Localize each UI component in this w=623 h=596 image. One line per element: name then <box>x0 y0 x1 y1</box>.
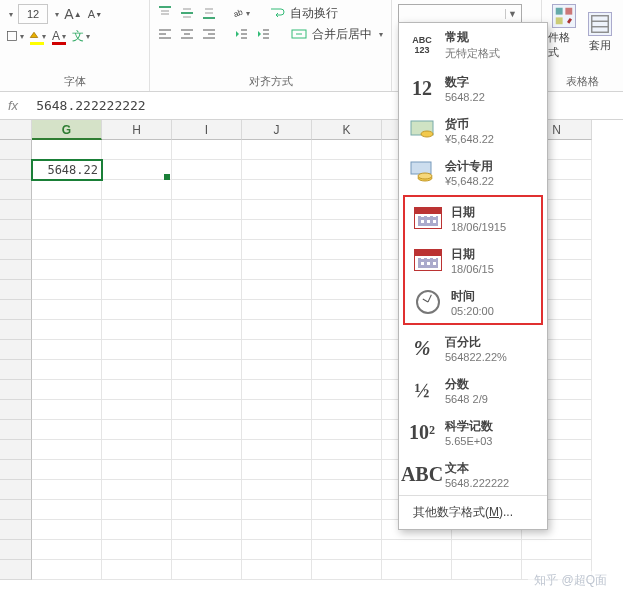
format-option-accounting[interactable]: 会计专用¥5,648.22 <box>399 151 547 193</box>
cell[interactable] <box>312 300 382 320</box>
cell[interactable] <box>172 500 242 520</box>
cell[interactable] <box>172 460 242 480</box>
cell[interactable] <box>172 480 242 500</box>
cell[interactable] <box>242 480 312 500</box>
cell[interactable] <box>102 220 172 240</box>
cell[interactable] <box>102 180 172 200</box>
cell[interactable] <box>32 420 102 440</box>
cell[interactable] <box>242 280 312 300</box>
align-middle-icon[interactable] <box>178 4 196 22</box>
row-header[interactable] <box>0 320 32 340</box>
cell[interactable] <box>172 440 242 460</box>
cell[interactable] <box>172 340 242 360</box>
cell[interactable] <box>172 360 242 380</box>
row-header[interactable] <box>0 300 32 320</box>
cell[interactable] <box>32 400 102 420</box>
cell[interactable] <box>32 540 102 560</box>
cell[interactable] <box>242 400 312 420</box>
phonetic-button[interactable]: 文 <box>72 27 90 45</box>
row-header[interactable] <box>0 380 32 400</box>
cell[interactable] <box>32 480 102 500</box>
wrap-text-label[interactable]: 自动换行 <box>290 5 338 22</box>
cell[interactable] <box>102 280 172 300</box>
number-format-combo[interactable]: ▼ <box>398 4 522 24</box>
cell[interactable] <box>102 300 172 320</box>
cell[interactable] <box>312 320 382 340</box>
row-header[interactable] <box>0 240 32 260</box>
cell[interactable] <box>452 540 522 560</box>
cell[interactable] <box>242 320 312 340</box>
cell[interactable] <box>312 540 382 560</box>
cell[interactable] <box>32 300 102 320</box>
cell[interactable] <box>312 400 382 420</box>
cell[interactable] <box>102 160 172 180</box>
increase-indent-icon[interactable] <box>254 25 272 43</box>
more-number-formats[interactable]: 其他数字格式(M)... <box>399 495 547 529</box>
cell[interactable] <box>312 420 382 440</box>
align-bottom-icon[interactable] <box>200 4 218 22</box>
cell[interactable] <box>172 380 242 400</box>
cell[interactable] <box>242 560 312 580</box>
cell[interactable] <box>102 360 172 380</box>
row-header[interactable] <box>0 140 32 160</box>
cell[interactable] <box>312 360 382 380</box>
cell[interactable] <box>102 440 172 460</box>
cell[interactable] <box>172 420 242 440</box>
row-header[interactable] <box>0 280 32 300</box>
cell[interactable] <box>172 400 242 420</box>
cell[interactable] <box>102 320 172 340</box>
merge-center-dropdown[interactable] <box>376 25 384 43</box>
align-center-icon[interactable] <box>178 25 196 43</box>
cell[interactable] <box>172 300 242 320</box>
cell[interactable] <box>32 440 102 460</box>
row-header[interactable] <box>0 180 32 200</box>
cell[interactable] <box>32 220 102 240</box>
cell[interactable] <box>102 420 172 440</box>
cell[interactable] <box>312 340 382 360</box>
cell[interactable] <box>312 160 382 180</box>
cell[interactable] <box>32 320 102 340</box>
cell[interactable] <box>102 340 172 360</box>
cell[interactable] <box>102 540 172 560</box>
increase-font-icon[interactable]: A▲ <box>64 5 82 23</box>
row-header[interactable] <box>0 420 32 440</box>
align-top-icon[interactable] <box>156 4 174 22</box>
format-option-percent[interactable]: %百分比564822.22% <box>399 327 547 369</box>
cell[interactable] <box>312 140 382 160</box>
cell[interactable] <box>312 260 382 280</box>
cell[interactable] <box>32 360 102 380</box>
cell[interactable] <box>32 140 102 160</box>
cell[interactable] <box>242 380 312 400</box>
cell[interactable] <box>102 500 172 520</box>
cell[interactable] <box>312 480 382 500</box>
cell[interactable] <box>312 200 382 220</box>
row-header[interactable] <box>0 560 32 580</box>
cell[interactable] <box>242 460 312 480</box>
cell[interactable] <box>242 220 312 240</box>
row-header[interactable] <box>0 260 32 280</box>
cell[interactable] <box>172 220 242 240</box>
cell[interactable] <box>172 240 242 260</box>
fill-color-button[interactable] <box>28 27 46 45</box>
font-color-button[interactable]: A <box>50 27 68 45</box>
cell[interactable] <box>172 540 242 560</box>
cell[interactable] <box>102 260 172 280</box>
cell[interactable] <box>382 540 452 560</box>
format-option-number[interactable]: 12数字5648.22 <box>399 67 547 109</box>
row-header[interactable] <box>0 400 32 420</box>
cell[interactable] <box>32 460 102 480</box>
number-format-dropdown-arrow[interactable]: ▼ <box>505 9 519 19</box>
row-header[interactable] <box>0 200 32 220</box>
cell[interactable] <box>172 180 242 200</box>
fx-label[interactable]: fx <box>8 98 18 113</box>
cell[interactable] <box>382 560 452 580</box>
cell[interactable] <box>312 220 382 240</box>
cell[interactable] <box>242 360 312 380</box>
row-header[interactable] <box>0 220 32 240</box>
cell[interactable] <box>312 280 382 300</box>
conditional-format-button[interactable]: 件格式 <box>548 4 580 60</box>
cell[interactable] <box>242 260 312 280</box>
cell[interactable] <box>312 500 382 520</box>
cell[interactable] <box>172 160 242 180</box>
cell[interactable] <box>102 560 172 580</box>
